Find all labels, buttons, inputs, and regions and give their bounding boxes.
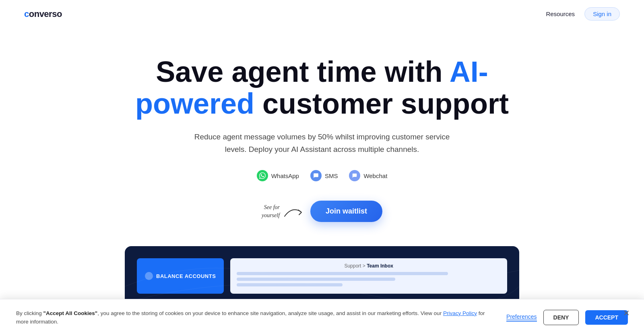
demo-panel: Support > Team Inbox [230,258,507,294]
hero-section: Save agent time with AI- powered custome… [0,28,644,336]
cookie-banner: ✕ By clicking "Accept All Cookies", you … [0,299,644,336]
webchat-label: Webchat [363,172,387,179]
whatsapp-label: WhatsApp [271,172,299,179]
privacy-policy-link[interactable]: Privacy Policy [443,310,477,316]
join-waitlist-button[interactable]: Join waitlist [310,201,382,222]
cookie-preferences-button[interactable]: Preferences [506,313,537,321]
demo-tab-balance: BALANCE ACCOUNTS [137,258,224,294]
channel-whatsapp: WhatsApp [257,170,299,181]
cta-area: See for yourself Join waitlist [16,201,628,222]
hero-subtitle: Reduce agent message volumes by 50% whil… [185,131,459,156]
webchat-icon [349,170,360,181]
demo-breadcrumb: Support > Team Inbox [237,263,501,269]
logo[interactable]: converso [24,9,62,19]
whatsapp-icon [257,170,268,181]
cookie-text: By clicking "Accept All Cookies", you ag… [16,309,490,326]
cookie-bold-text: "Accept All Cookies" [43,310,98,316]
signin-button[interactable]: Sign in [584,7,620,21]
nav-right: Resources Sign in [546,7,620,21]
demo-line-3 [237,283,342,286]
demo-inner: BALANCE ACCOUNTS Support > Team Inbox [137,258,507,294]
channel-sms: SMS [310,170,338,181]
demo-line-1 [237,272,448,275]
see-for-yourself-label: See for yourself [262,203,280,219]
resources-link[interactable]: Resources [546,10,575,17]
arrow-icon [284,204,304,219]
demo-lines [237,272,501,286]
channels-list: WhatsApp SMS Webchat [16,170,628,181]
demo-tab-icon [145,272,153,280]
sms-label: SMS [325,172,338,179]
sms-icon [310,170,322,181]
hero-title: Save agent time with AI- powered custome… [16,56,628,120]
channel-webchat: Webchat [349,170,387,181]
cookie-close-button[interactable]: ✕ [620,307,633,319]
cookie-deny-button[interactable]: DENY [543,310,579,325]
cookie-actions: Preferences DENY ACCEPT [506,310,628,325]
navigation: converso Resources Sign in [0,0,644,28]
demo-line-2 [237,278,395,281]
